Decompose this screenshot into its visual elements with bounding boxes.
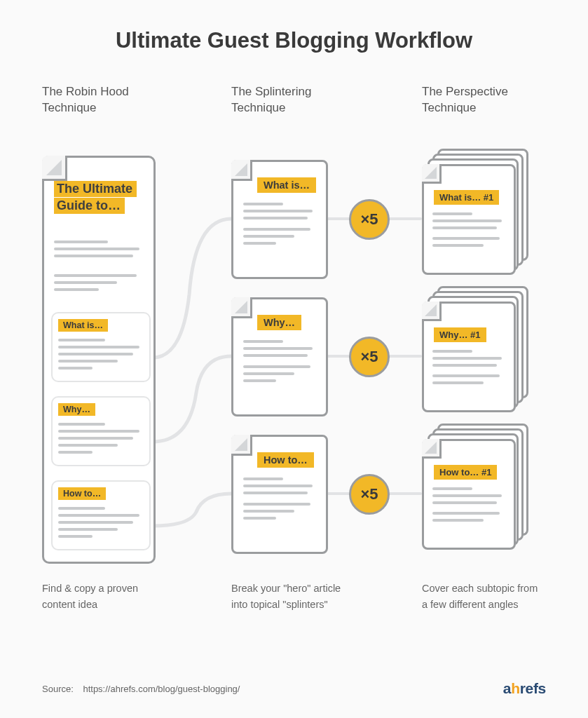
diagram-root: { "title": "Ultimate Guest Blogging Work…	[0, 0, 588, 718]
section-label: How to…	[58, 487, 106, 500]
col2-heading: The SplinteringTechnique	[231, 84, 343, 116]
source-citation: Source: https://ahrefs.com/blog/guest-bl…	[42, 684, 240, 694]
perspective-stack-how-to: How to… #1	[422, 424, 527, 548]
ahrefs-logo: ahrefs	[503, 680, 546, 697]
splinter-label: How to…	[257, 452, 314, 468]
perspective-stack-what-is: What is… #1	[422, 149, 527, 273]
col2-description: Break your "hero" article into topical "…	[231, 581, 350, 613]
multiplier-badge: ×5	[349, 337, 390, 377]
text-lines	[432, 487, 505, 526]
text-lines	[58, 339, 144, 374]
page-fold-icon	[231, 297, 252, 318]
page-fold-icon	[422, 439, 442, 459]
perspective-stack-why: Why… #1	[422, 286, 527, 411]
perspective-label: How to… #1	[434, 465, 497, 480]
diagram-title: Ultimate Guest Blogging Workflow	[0, 28, 588, 53]
col1-heading: The Robin HoodTechnique	[42, 84, 154, 116]
text-lines	[432, 350, 505, 388]
section-label: What is…	[58, 319, 108, 332]
page-fold-icon	[231, 160, 252, 181]
col3-heading: The PerspectiveTechnique	[422, 84, 534, 116]
hero-section-why: Why…	[51, 396, 151, 466]
hero-document: The Ultimate Guide to… What is… Why…	[42, 156, 156, 564]
multiplier-badge: ×5	[349, 199, 390, 240]
source-url: https://ahrefs.com/blog/guest-blogging/	[83, 684, 240, 694]
splinter-doc-what-is: What is…	[231, 160, 328, 279]
text-lines	[54, 274, 144, 295]
hero-section-how-to: How to…	[51, 480, 151, 550]
perspective-label: Why… #1	[434, 327, 486, 342]
text-lines	[243, 203, 316, 249]
splinter-label: Why…	[257, 315, 301, 330]
splinter-doc-why: Why…	[231, 297, 328, 416]
text-lines	[243, 477, 316, 524]
page-fold-icon	[231, 435, 252, 456]
perspective-label: What is… #1	[434, 190, 499, 205]
page-fold-icon	[422, 164, 442, 184]
source-label: Source:	[42, 684, 74, 694]
text-lines	[54, 241, 144, 262]
text-lines	[243, 340, 316, 386]
page-fold-icon	[422, 302, 442, 321]
text-lines	[58, 507, 144, 542]
col1-description: Find & copy a proven content idea	[42, 581, 161, 613]
splinter-doc-how-to: How to…	[231, 435, 328, 554]
text-lines	[58, 423, 144, 458]
col3-description: Cover each subtopic from a few different…	[422, 581, 541, 613]
page-fold-icon	[42, 156, 67, 181]
multiplier-badge: ×5	[349, 474, 390, 515]
section-label: Why…	[58, 403, 95, 416]
hero-doc-title: The Ultimate Guide to…	[54, 180, 153, 215]
text-lines	[432, 212, 505, 251]
hero-section-what-is: What is…	[51, 312, 151, 382]
splinter-label: What is…	[257, 177, 316, 193]
